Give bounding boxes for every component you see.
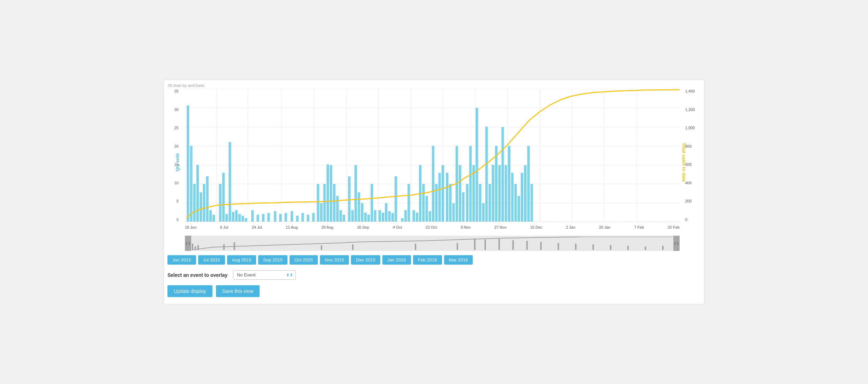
svg-rect-90 (446, 173, 448, 222)
svg-rect-30 (212, 215, 215, 222)
svg-rect-46 (285, 213, 287, 222)
svg-rect-139 (662, 246, 664, 250)
y-left-label-2: 25 (174, 126, 179, 130)
svg-rect-81 (416, 213, 418, 222)
svg-rect-59 (339, 210, 342, 222)
x-label-5: 16 Sep (357, 225, 369, 229)
svg-rect-53 (320, 203, 322, 222)
svg-rect-112 (518, 196, 520, 222)
svg-rect-78 (404, 210, 407, 222)
scrollbar-left-handle[interactable]: ❙❙ (185, 236, 191, 251)
event-overlay-label: Select an event to overlay (167, 272, 227, 278)
svg-rect-66 (364, 213, 367, 222)
svg-rect-74 (391, 213, 394, 222)
svg-rect-85 (429, 211, 431, 222)
month-btn-dec2015[interactable]: Dec 2015 (351, 255, 380, 265)
svg-rect-36 (235, 210, 238, 222)
month-btn-sep2015[interactable]: Sep 2015 (258, 255, 287, 265)
svg-rect-92 (452, 203, 455, 222)
svg-rect-75 (395, 176, 397, 222)
svg-rect-22 (187, 105, 189, 222)
svg-rect-108 (505, 165, 507, 222)
y-right-label-6: 200 (685, 199, 691, 203)
svg-rect-37 (238, 214, 241, 222)
svg-rect-106 (498, 165, 501, 222)
svg-rect-80 (412, 210, 415, 222)
svg-rect-39 (245, 218, 247, 222)
svg-rect-131 (526, 241, 528, 250)
y-left-label-5: 10 (174, 181, 179, 185)
svg-rect-109 (508, 146, 510, 222)
svg-rect-96 (466, 184, 469, 222)
svg-rect-124 (352, 244, 353, 250)
svg-rect-38 (241, 216, 244, 222)
x-label-11: 2 Jan (566, 225, 575, 229)
svg-rect-61 (348, 176, 351, 222)
svg-rect-32 (222, 173, 225, 222)
svg-rect-45 (279, 214, 282, 222)
svg-rect-48 (296, 216, 299, 222)
svg-rect-34 (229, 142, 231, 222)
svg-rect-54 (323, 184, 326, 222)
svg-rect-121 (223, 244, 225, 250)
y-left-label-7: 0 (177, 217, 179, 222)
svg-rect-42 (262, 214, 264, 222)
svg-rect-67 (367, 215, 370, 222)
month-btn-feb2016[interactable]: Feb 2016 (413, 255, 442, 265)
svg-rect-57 (333, 184, 335, 222)
month-btn-jan2016[interactable]: Jan 2016 (382, 255, 411, 265)
svg-rect-97 (469, 146, 472, 222)
month-btn-nov2015[interactable]: Nov 2015 (320, 255, 349, 265)
svg-rect-77 (401, 218, 404, 222)
svg-rect-50 (307, 215, 309, 222)
svg-rect-111 (514, 184, 517, 222)
y-left-label-0: 35 (174, 89, 179, 93)
svg-rect-120 (197, 245, 199, 250)
svg-rect-72 (385, 203, 387, 222)
svg-rect-41 (257, 215, 259, 222)
month-btn-mar2016[interactable]: Mar 2016 (444, 255, 473, 265)
scrollbar[interactable]: ❙❙ (185, 236, 680, 251)
month-btn-jun2015[interactable]: Jun 2015 (167, 255, 196, 265)
svg-rect-91 (449, 184, 451, 222)
svg-rect-64 (358, 192, 360, 222)
month-btn-aug2015[interactable]: Aug 2015 (227, 255, 256, 265)
chart-area: Qty sold 35 30 25 20 15 10 5 0 (167, 89, 701, 236)
x-label-4: 29 Aug (321, 225, 333, 229)
svg-rect-102 (485, 127, 488, 222)
svg-rect-33 (225, 214, 228, 222)
svg-rect-55 (327, 164, 329, 222)
svg-rect-137 (627, 246, 629, 250)
chart-container: JS chart by amCharts Qty sold 35 30 25 2… (164, 80, 704, 304)
svg-rect-70 (379, 210, 381, 222)
x-label-9: 27 Nov (494, 225, 507, 229)
svg-rect-35 (232, 212, 234, 222)
svg-rect-25 (196, 165, 199, 222)
svg-rect-138 (645, 246, 646, 250)
svg-rect-47 (291, 211, 293, 222)
action-buttons: Update display Save this view (167, 285, 701, 297)
scrollbar-right-handle[interactable]: ❙❙ (673, 236, 680, 251)
svg-rect-43 (267, 213, 270, 222)
y-left-label-3: 20 (174, 144, 179, 148)
svg-rect-122 (234, 242, 235, 250)
y-left-label-1: 30 (174, 108, 179, 112)
y-right-label-1: 1,200 (685, 108, 695, 112)
svg-rect-133 (558, 243, 559, 250)
month-btn-jul2015[interactable]: Jul 2015 (198, 255, 225, 265)
svg-rect-49 (301, 213, 304, 222)
save-view-button[interactable]: Save this view (216, 285, 260, 297)
svg-rect-115 (527, 146, 530, 222)
svg-rect-94 (459, 165, 461, 222)
svg-rect-24 (193, 184, 196, 222)
svg-rect-104 (492, 165, 494, 222)
svg-rect-118 (192, 244, 193, 250)
event-select[interactable]: No Event (233, 270, 296, 280)
svg-rect-52 (317, 184, 319, 222)
svg-rect-105 (495, 146, 497, 222)
update-display-button[interactable]: Update display (167, 285, 212, 297)
month-btn-oct2015[interactable]: Oct 2015 (290, 255, 318, 265)
x-label-8: 9 Nov (461, 225, 471, 229)
svg-rect-58 (336, 196, 339, 222)
svg-rect-28 (206, 176, 209, 222)
